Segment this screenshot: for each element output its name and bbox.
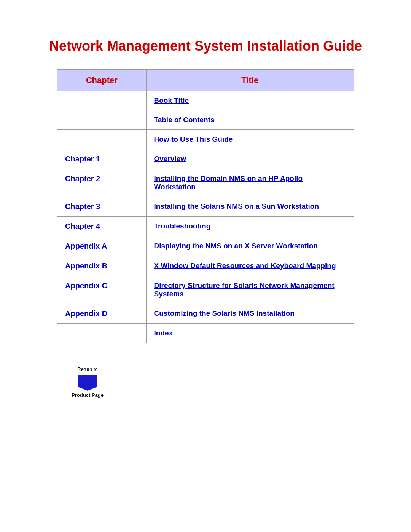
toc-link[interactable]: Directory Structure for Solaris Network … (154, 281, 335, 298)
chapter-cell: Appendix D (57, 304, 146, 324)
svg-marker-0 (78, 375, 97, 391)
toc-link[interactable]: Troubleshooting (154, 222, 211, 230)
return-to-product[interactable]: Return to Product Page (68, 366, 107, 398)
chapter-cell (57, 324, 146, 343)
table-row: Appendix ADisplaying the NMS on an X Ser… (57, 236, 354, 256)
toc-link[interactable]: Customizing the Solaris NMS Installation (154, 309, 295, 317)
product-page-icon (76, 374, 99, 391)
page-title: Network Management System Installation G… (30, 38, 381, 54)
chapter-cell: Appendix B (57, 256, 146, 276)
title-cell[interactable]: Troubleshooting (146, 217, 354, 236)
title-cell[interactable]: Installing the Solaris NMS on a Sun Work… (146, 197, 354, 217)
title-header: Title (146, 70, 354, 91)
table-row: Index (57, 324, 354, 343)
chapter-cell: Chapter 4 (57, 217, 146, 236)
chapter-header: Chapter (57, 70, 146, 91)
title-cell[interactable]: Overview (146, 149, 354, 169)
chapter-cell: Appendix C (57, 276, 146, 304)
title-cell[interactable]: Table of Contents (146, 110, 354, 130)
chapter-cell: Chapter 1 (57, 149, 146, 169)
table-row: Appendix BX Window Default Resources and… (57, 256, 354, 276)
toc-link[interactable]: Table of Contents (154, 116, 215, 124)
title-cell[interactable]: Displaying the NMS on an X Server Workst… (146, 236, 354, 256)
chapter-cell: Chapter 3 (57, 197, 146, 217)
toc-link[interactable]: Overview (154, 155, 186, 163)
title-cell[interactable]: X Window Default Resources and Keyboard … (146, 256, 354, 276)
return-label: Return to (77, 366, 97, 372)
table-header-row: Chapter Title (57, 70, 354, 91)
title-cell[interactable]: Installing the Domain NMS on an HP Apoll… (146, 169, 354, 197)
toc-link[interactable]: Displaying the NMS on an X Server Workst… (154, 242, 318, 250)
title-cell[interactable]: Book Title (146, 91, 354, 110)
chapter-cell (57, 110, 146, 130)
toc-link[interactable]: Installing the Solaris NMS on a Sun Work… (154, 202, 319, 210)
table-row: Appendix DCustomizing the Solaris NMS In… (57, 304, 354, 324)
table-row: Chapter 3Installing the Solaris NMS on a… (57, 197, 354, 217)
toc-link[interactable]: Installing the Domain NMS on an HP Apoll… (154, 174, 303, 191)
title-cell[interactable]: Directory Structure for Solaris Network … (146, 276, 354, 304)
title-cell[interactable]: Customizing the Solaris NMS Installation (146, 304, 354, 324)
table-row: Book Title (57, 91, 354, 110)
toc-link[interactable]: Book Title (154, 96, 189, 104)
table-row: Table of Contents (57, 110, 354, 130)
title-cell[interactable]: How to Use This Guide (146, 130, 354, 149)
product-page-label: Product Page (72, 392, 104, 398)
chapter-cell (57, 91, 146, 110)
table-row: Appendix CDirectory Structure for Solari… (57, 276, 354, 304)
toc-link[interactable]: Index (154, 329, 173, 337)
toc-table: Chapter Title Book TitleTable of Content… (57, 69, 354, 343)
table-row: Chapter 1Overview (57, 149, 354, 169)
chapter-cell: Appendix A (57, 236, 146, 256)
toc-link[interactable]: X Window Default Resources and Keyboard … (154, 262, 336, 270)
title-cell[interactable]: Index (146, 324, 354, 343)
toc-link[interactable]: How to Use This Guide (154, 135, 233, 143)
table-row: Chapter 4Troubleshooting (57, 217, 354, 236)
table-row: How to Use This Guide (57, 130, 354, 149)
chapter-cell: Chapter 2 (57, 169, 146, 197)
table-row: Chapter 2Installing the Domain NMS on an… (57, 169, 354, 197)
chapter-cell (57, 130, 146, 149)
